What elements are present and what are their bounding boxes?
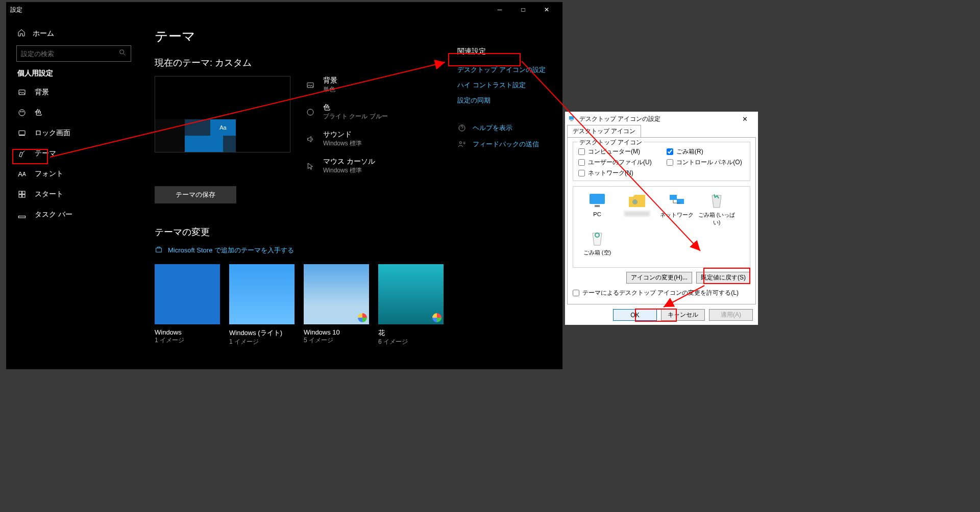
- lock-screen-icon: [17, 129, 27, 138]
- font-icon: AA: [17, 169, 27, 178]
- svg-rect-16: [570, 120, 573, 121]
- feedback-link[interactable]: フィードバックの送信: [457, 140, 549, 149]
- theme-name: Windows 10: [304, 328, 369, 336]
- theme-name: Windows: [155, 328, 220, 336]
- help-link[interactable]: ヘルプを表示: [457, 123, 549, 133]
- theme-preview: Aa: [155, 76, 290, 152]
- link-sync[interactable]: 設定の同期: [457, 93, 549, 108]
- help-icon: [457, 124, 467, 132]
- change-icon-button[interactable]: アイコンの変更(H)...: [626, 272, 692, 284]
- recycle-full-icon: [707, 192, 726, 209]
- sidebar-item-themes[interactable]: テーマ: [6, 143, 141, 164]
- theme-count: 5 イメージ: [304, 336, 369, 345]
- sidebar-item-lockscreen[interactable]: ロック画面: [6, 123, 141, 143]
- sidebar-item-fonts[interactable]: AA フォント: [6, 164, 141, 184]
- icon-pc[interactable]: PC: [577, 192, 617, 226]
- check-computer[interactable]: コンピューター(M): [578, 147, 656, 156]
- sidebar: ホーム 個人用設定 背景 色 ロック画面: [6, 17, 141, 369]
- prop-cursor[interactable]: マウス カーソルWindows 標準: [305, 157, 388, 175]
- icon-recycle-full[interactable]: ごみ箱 (いっぱい): [697, 192, 737, 226]
- check-network[interactable]: ネットワーク(N): [578, 169, 656, 177]
- sidebar-item-background[interactable]: 背景: [6, 82, 141, 103]
- titlebar: 設定 ─ □ ✕: [6, 2, 562, 17]
- close-button[interactable]: ✕: [535, 2, 558, 17]
- change-theme-header: テーマの変更: [155, 226, 549, 238]
- search-input[interactable]: [21, 50, 116, 58]
- desktop-icons-group: デスクトップ アイコン コンピューター(M) ごみ箱(R) ユーザーのファイル(…: [573, 142, 750, 181]
- settings-window: 設定 ─ □ ✕ ホーム 個人用設定: [6, 2, 562, 369]
- check-userfiles[interactable]: ユーザーのファイル(U): [578, 158, 656, 167]
- save-theme-button[interactable]: テーマの保存: [155, 186, 236, 203]
- apply-button[interactable]: 適用(A): [709, 309, 753, 321]
- icon-label: ネットワーク: [660, 211, 694, 219]
- feedback-label: フィードバックの送信: [473, 140, 539, 149]
- prop-value: Windows 標準: [323, 139, 362, 148]
- prop-background[interactable]: 背景単色: [305, 76, 388, 94]
- prop-color[interactable]: 色ブライト クール ブルー: [305, 103, 388, 121]
- dialog-close-button[interactable]: ✕: [734, 112, 755, 126]
- icon-user[interactable]: [617, 192, 657, 226]
- sidebar-item-start[interactable]: スタート: [6, 184, 141, 204]
- minimize-button[interactable]: ─: [488, 2, 511, 17]
- checkbox[interactable]: [578, 170, 585, 176]
- theme-thumbnail: [378, 264, 444, 324]
- permit-theme-change[interactable]: テーマによるデスクトップ アイコンの変更を許可する(L): [573, 289, 750, 297]
- palette-icon: [17, 108, 27, 117]
- svg-rect-10: [18, 216, 25, 218]
- preview-aa: Aa: [210, 119, 236, 136]
- svg-rect-11: [307, 83, 313, 87]
- sidebar-item-colors[interactable]: 色: [6, 103, 141, 123]
- sidebar-item-taskbar[interactable]: タスク バー: [6, 204, 141, 225]
- restore-defaults-button[interactable]: 既定値に戻す(S): [696, 272, 750, 284]
- theme-icon: [17, 149, 27, 158]
- search-icon: [118, 48, 127, 59]
- check-label: ネットワーク(N): [588, 169, 633, 177]
- theme-card[interactable]: Windows 10 5 イメージ: [304, 264, 369, 346]
- svg-point-12: [307, 109, 313, 115]
- prop-value: ブライト クール ブルー: [323, 112, 388, 121]
- theme-card[interactable]: 花 6 イメージ: [378, 264, 444, 346]
- theme-card[interactable]: Windows (ライト) 1 イメージ: [229, 264, 295, 346]
- icon-recycle-empty[interactable]: ごみ箱 (空): [577, 229, 617, 257]
- checkbox[interactable]: [578, 159, 585, 166]
- dialog-title: デスクトップ アイコンの設定: [579, 115, 660, 123]
- ok-button[interactable]: OK: [613, 309, 657, 321]
- prop-label: サウンド: [323, 130, 362, 139]
- window-title: 設定: [10, 6, 22, 14]
- palette-icon: [305, 107, 316, 118]
- checkbox[interactable]: [573, 290, 579, 296]
- sidebar-search: [16, 45, 131, 62]
- home-link[interactable]: ホーム: [6, 23, 141, 43]
- prop-label: マウス カーソル: [323, 157, 375, 166]
- tab-desktop-icons[interactable]: デスクトップ アイコン: [567, 125, 641, 137]
- check-label: ごみ箱(R): [676, 147, 703, 156]
- group-legend: デスクトップ アイコン: [577, 138, 644, 147]
- link-desktop-icons[interactable]: デスクトップ アイコンの設定: [457, 62, 549, 78]
- link-high-contrast[interactable]: ハイ コントラスト設定: [457, 78, 549, 93]
- sidebar-item-label: ロック画面: [35, 129, 70, 138]
- checkbox[interactable]: [578, 148, 585, 155]
- store-icon: [155, 245, 163, 255]
- permit-label: テーマによるデスクトップ アイコンの変更を許可する(L): [582, 289, 739, 297]
- pc-icon: [587, 192, 607, 209]
- sidebar-item-label: 色: [35, 108, 42, 117]
- sidebar-item-label: フォント: [35, 169, 63, 178]
- maximize-button[interactable]: □: [511, 2, 535, 17]
- check-controlpanel[interactable]: コントロール パネル(O): [667, 158, 745, 167]
- svg-rect-7: [22, 191, 25, 194]
- feedback-icon: [457, 140, 467, 148]
- check-recycle[interactable]: ごみ箱(R): [667, 147, 745, 156]
- related-settings: 関連設定 デスクトップ アイコンの設定 ハイ コントラスト設定 設定の同期 ヘル…: [457, 47, 549, 149]
- checkbox[interactable]: [667, 148, 673, 155]
- prop-sound[interactable]: サウンドWindows 標準: [305, 130, 388, 148]
- store-link[interactable]: Microsoft Store で追加のテーマを入手する: [155, 245, 549, 255]
- icon-network[interactable]: ネットワーク: [657, 192, 697, 226]
- theme-card[interactable]: Windows 1 イメージ: [155, 264, 220, 346]
- check-label: ユーザーのファイル(U): [588, 158, 652, 167]
- dialog-tabbar: デスクトップ アイコン: [565, 126, 758, 137]
- prop-value: 単色: [323, 85, 337, 94]
- theme-name: Windows (ライト): [229, 328, 295, 338]
- sidebar-item-label: テーマ: [35, 149, 56, 158]
- checkbox[interactable]: [667, 159, 673, 166]
- cancel-button[interactable]: キャンセル: [661, 309, 705, 321]
